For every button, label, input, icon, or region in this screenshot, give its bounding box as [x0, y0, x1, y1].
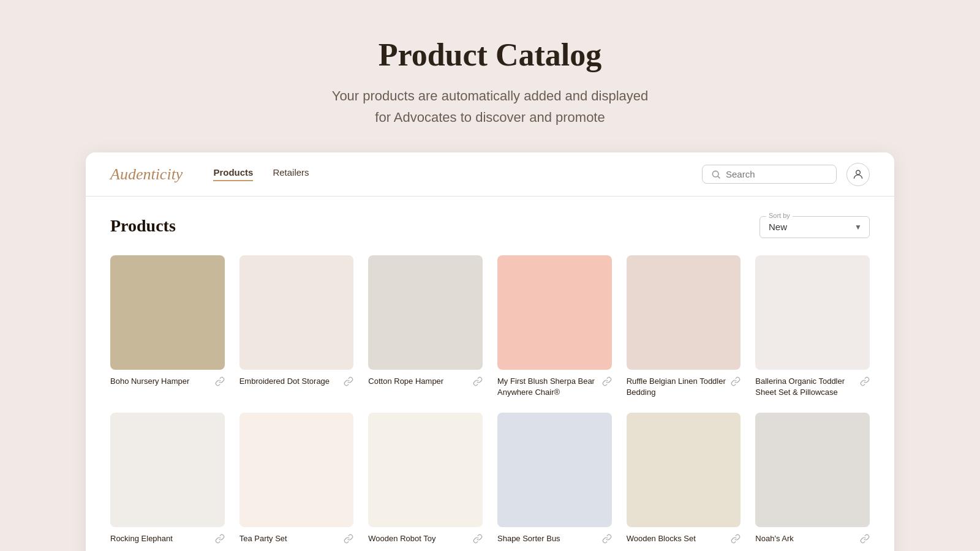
product-image	[497, 255, 612, 370]
product-image-svg	[110, 413, 225, 527]
product-image	[755, 255, 870, 370]
browser-frame: Audenticity Products Retailers Pr	[86, 152, 894, 551]
product-name: Wooden Blocks Set	[627, 533, 728, 544]
svg-rect-5	[368, 255, 483, 370]
product-image	[497, 413, 612, 527]
svg-rect-13	[627, 413, 741, 527]
product-image-svg	[755, 413, 870, 527]
product-info: Tea Party Set	[239, 533, 354, 546]
product-link-icon[interactable]	[860, 377, 870, 389]
svg-rect-3	[110, 255, 225, 370]
product-card[interactable]: Tea Party Set	[239, 413, 354, 546]
svg-point-2	[856, 170, 861, 174]
product-image-svg	[627, 413, 741, 527]
product-link-icon[interactable]	[731, 377, 741, 389]
sort-value: New	[769, 222, 787, 232]
products-header: Products Sort by New ▼	[110, 216, 870, 238]
product-card[interactable]: Shape Sorter Bus	[497, 413, 612, 546]
product-card[interactable]: Cotton Rope Hamper	[368, 255, 483, 398]
product-image	[627, 255, 741, 370]
svg-rect-14	[755, 413, 870, 527]
product-name: Ruffle Belgian Linen Toddler Bedding	[627, 376, 728, 398]
product-info: Wooden Blocks Set	[627, 533, 741, 546]
main-content: Products Sort by New ▼ Boho Nursery Hamp…	[86, 197, 894, 551]
nav-right	[702, 163, 870, 186]
product-image-svg	[239, 255, 354, 370]
product-card[interactable]: Wooden Blocks Set	[627, 413, 741, 546]
page-title: Product Catalog	[12, 37, 968, 73]
product-link-icon[interactable]	[215, 534, 225, 546]
search-input[interactable]	[726, 169, 827, 179]
product-link-icon[interactable]	[602, 377, 612, 389]
product-card[interactable]: Rocking Elephant	[110, 413, 225, 546]
svg-rect-12	[497, 413, 612, 527]
product-info: Wooden Robot Toy	[368, 533, 483, 546]
product-card[interactable]: Boho Nursery Hamper	[110, 255, 225, 398]
product-image-svg	[368, 413, 483, 527]
product-name: Wooden Robot Toy	[368, 533, 469, 544]
user-icon[interactable]	[846, 163, 870, 186]
product-image	[239, 255, 354, 370]
product-image	[627, 413, 741, 527]
svg-rect-8	[755, 255, 870, 370]
product-link-icon[interactable]	[473, 377, 483, 389]
sort-dropdown[interactable]: Sort by New ▼	[760, 216, 870, 238]
product-link-icon[interactable]	[344, 377, 353, 389]
user-avatar-icon	[852, 168, 864, 181]
product-card[interactable]: Embroidered Dot Storage	[239, 255, 354, 398]
product-card[interactable]: Ballerina Organic Toddler Sheet Set & Pi…	[755, 255, 870, 398]
product-card[interactable]: My First Blush Sherpa Bear Anywhere Chai…	[497, 255, 612, 398]
product-name: Rocking Elephant	[110, 533, 211, 544]
product-card[interactable]: Wooden Robot Toy	[368, 413, 483, 546]
product-image	[755, 413, 870, 527]
svg-rect-4	[239, 255, 354, 370]
product-info: My First Blush Sherpa Bear Anywhere Chai…	[497, 376, 612, 398]
product-link-icon[interactable]	[602, 534, 612, 546]
chevron-down-icon: ▼	[854, 223, 862, 232]
product-name: Embroidered Dot Storage	[239, 376, 341, 387]
product-link-icon[interactable]	[215, 377, 225, 389]
product-info: Shape Sorter Bus	[497, 533, 612, 546]
nav-links: Products Retailers	[213, 167, 702, 181]
product-name: Shape Sorter Bus	[497, 533, 598, 544]
svg-line-1	[718, 176, 720, 179]
product-link-icon[interactable]	[344, 534, 353, 546]
sort-label: Sort by	[766, 212, 793, 219]
product-name: My First Blush Sherpa Bear Anywhere Chai…	[497, 376, 598, 398]
nav-products[interactable]: Products	[213, 167, 253, 181]
product-info: Cotton Rope Hamper	[368, 376, 483, 389]
svg-rect-7	[627, 255, 741, 370]
search-icon	[711, 170, 721, 179]
product-name: Tea Party Set	[239, 533, 341, 544]
product-link-icon[interactable]	[731, 534, 741, 546]
product-name: Noah's Ark	[755, 533, 856, 544]
page-subtitle: Your products are automatically added an…	[12, 85, 968, 128]
search-box[interactable]	[702, 165, 837, 184]
product-info: Noah's Ark	[755, 533, 870, 546]
navbar: Audenticity Products Retailers	[86, 152, 894, 197]
product-image-svg	[497, 255, 612, 370]
product-image	[110, 413, 225, 527]
product-image	[110, 255, 225, 370]
svg-rect-11	[368, 413, 483, 527]
product-link-icon[interactable]	[473, 534, 483, 546]
product-info: Rocking Elephant	[110, 533, 225, 546]
product-image-svg	[627, 255, 741, 370]
svg-rect-10	[239, 413, 354, 527]
product-name: Cotton Rope Hamper	[368, 376, 469, 387]
logo: Audenticity	[110, 165, 183, 184]
svg-point-0	[712, 171, 718, 177]
svg-rect-9	[110, 413, 225, 527]
svg-rect-6	[497, 255, 612, 370]
product-card[interactable]: Ruffle Belgian Linen Toddler Bedding	[627, 255, 741, 398]
product-link-icon[interactable]	[860, 534, 870, 546]
products-grid: Boho Nursery HamperEmbroidered Dot Stora…	[110, 255, 870, 546]
product-card[interactable]: Noah's Ark	[755, 413, 870, 546]
product-name: Boho Nursery Hamper	[110, 376, 211, 387]
product-name: Ballerina Organic Toddler Sheet Set & Pi…	[755, 376, 856, 398]
product-info: Ruffle Belgian Linen Toddler Bedding	[627, 376, 741, 398]
product-image-svg	[110, 255, 225, 370]
product-info: Embroidered Dot Storage	[239, 376, 354, 389]
nav-retailers[interactable]: Retailers	[273, 167, 309, 181]
hero-section: Product Catalog Your products are automa…	[0, 0, 980, 152]
